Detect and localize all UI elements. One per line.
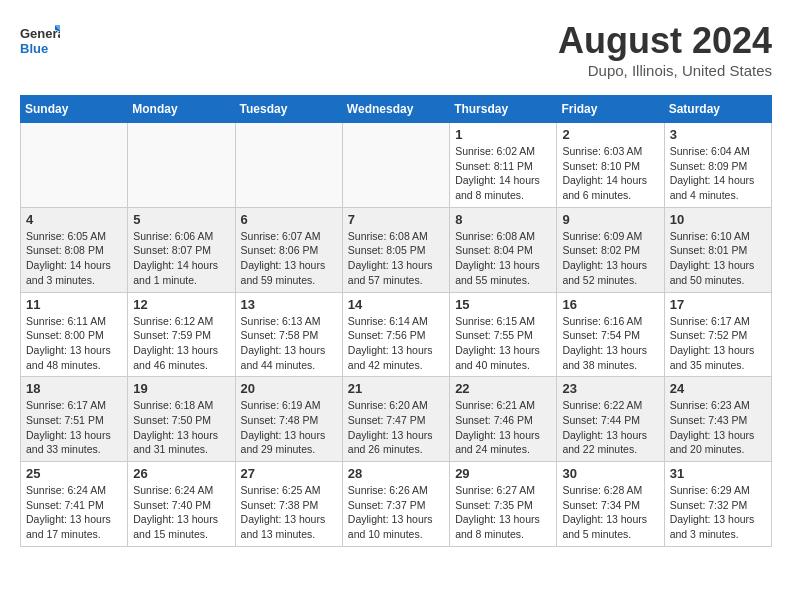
day-header-sunday: Sunday [21, 96, 128, 123]
calendar-cell: 18Sunrise: 6:17 AM Sunset: 7:51 PM Dayli… [21, 377, 128, 462]
day-header-thursday: Thursday [450, 96, 557, 123]
calendar-cell: 5Sunrise: 6:06 AM Sunset: 8:07 PM Daylig… [128, 207, 235, 292]
day-info: Sunrise: 6:12 AM Sunset: 7:59 PM Dayligh… [133, 314, 229, 373]
day-info: Sunrise: 6:08 AM Sunset: 8:04 PM Dayligh… [455, 229, 551, 288]
day-number: 2 [562, 127, 658, 142]
day-number: 7 [348, 212, 444, 227]
calendar-cell: 28Sunrise: 6:26 AM Sunset: 7:37 PM Dayli… [342, 462, 449, 547]
day-number: 29 [455, 466, 551, 481]
calendar-week-2: 4Sunrise: 6:05 AM Sunset: 8:08 PM Daylig… [21, 207, 772, 292]
calendar-cell: 26Sunrise: 6:24 AM Sunset: 7:40 PM Dayli… [128, 462, 235, 547]
calendar-week-4: 18Sunrise: 6:17 AM Sunset: 7:51 PM Dayli… [21, 377, 772, 462]
day-number: 9 [562, 212, 658, 227]
calendar-cell [235, 123, 342, 208]
day-number: 12 [133, 297, 229, 312]
calendar-cell: 30Sunrise: 6:28 AM Sunset: 7:34 PM Dayli… [557, 462, 664, 547]
day-info: Sunrise: 6:14 AM Sunset: 7:56 PM Dayligh… [348, 314, 444, 373]
day-info: Sunrise: 6:07 AM Sunset: 8:06 PM Dayligh… [241, 229, 337, 288]
calendar-cell: 22Sunrise: 6:21 AM Sunset: 7:46 PM Dayli… [450, 377, 557, 462]
day-number: 5 [133, 212, 229, 227]
day-header-monday: Monday [128, 96, 235, 123]
calendar-cell: 17Sunrise: 6:17 AM Sunset: 7:52 PM Dayli… [664, 292, 771, 377]
calendar-cell: 20Sunrise: 6:19 AM Sunset: 7:48 PM Dayli… [235, 377, 342, 462]
calendar-cell: 23Sunrise: 6:22 AM Sunset: 7:44 PM Dayli… [557, 377, 664, 462]
day-number: 27 [241, 466, 337, 481]
location: Dupo, Illinois, United States [558, 62, 772, 79]
calendar-week-3: 11Sunrise: 6:11 AM Sunset: 8:00 PM Dayli… [21, 292, 772, 377]
calendar-cell [21, 123, 128, 208]
day-info: Sunrise: 6:28 AM Sunset: 7:34 PM Dayligh… [562, 483, 658, 542]
day-number: 23 [562, 381, 658, 396]
day-number: 8 [455, 212, 551, 227]
calendar-cell: 15Sunrise: 6:15 AM Sunset: 7:55 PM Dayli… [450, 292, 557, 377]
day-info: Sunrise: 6:16 AM Sunset: 7:54 PM Dayligh… [562, 314, 658, 373]
day-info: Sunrise: 6:29 AM Sunset: 7:32 PM Dayligh… [670, 483, 766, 542]
logo-icon: General Blue [20, 20, 60, 60]
calendar-cell: 9Sunrise: 6:09 AM Sunset: 8:02 PM Daylig… [557, 207, 664, 292]
day-number: 21 [348, 381, 444, 396]
day-number: 30 [562, 466, 658, 481]
calendar-cell: 4Sunrise: 6:05 AM Sunset: 8:08 PM Daylig… [21, 207, 128, 292]
day-info: Sunrise: 6:03 AM Sunset: 8:10 PM Dayligh… [562, 144, 658, 203]
calendar-cell: 27Sunrise: 6:25 AM Sunset: 7:38 PM Dayli… [235, 462, 342, 547]
day-info: Sunrise: 6:24 AM Sunset: 7:40 PM Dayligh… [133, 483, 229, 542]
calendar-cell [128, 123, 235, 208]
day-info: Sunrise: 6:22 AM Sunset: 7:44 PM Dayligh… [562, 398, 658, 457]
day-info: Sunrise: 6:26 AM Sunset: 7:37 PM Dayligh… [348, 483, 444, 542]
day-info: Sunrise: 6:23 AM Sunset: 7:43 PM Dayligh… [670, 398, 766, 457]
day-number: 1 [455, 127, 551, 142]
calendar-header-row: SundayMondayTuesdayWednesdayThursdayFrid… [21, 96, 772, 123]
calendar-cell: 31Sunrise: 6:29 AM Sunset: 7:32 PM Dayli… [664, 462, 771, 547]
day-number: 15 [455, 297, 551, 312]
calendar-cell: 7Sunrise: 6:08 AM Sunset: 8:05 PM Daylig… [342, 207, 449, 292]
day-info: Sunrise: 6:17 AM Sunset: 7:51 PM Dayligh… [26, 398, 122, 457]
day-info: Sunrise: 6:24 AM Sunset: 7:41 PM Dayligh… [26, 483, 122, 542]
calendar-cell: 6Sunrise: 6:07 AM Sunset: 8:06 PM Daylig… [235, 207, 342, 292]
calendar-cell: 25Sunrise: 6:24 AM Sunset: 7:41 PM Dayli… [21, 462, 128, 547]
calendar-cell [342, 123, 449, 208]
day-info: Sunrise: 6:08 AM Sunset: 8:05 PM Dayligh… [348, 229, 444, 288]
day-info: Sunrise: 6:02 AM Sunset: 8:11 PM Dayligh… [455, 144, 551, 203]
calendar-week-5: 25Sunrise: 6:24 AM Sunset: 7:41 PM Dayli… [21, 462, 772, 547]
calendar-cell: 21Sunrise: 6:20 AM Sunset: 7:47 PM Dayli… [342, 377, 449, 462]
calendar-cell: 24Sunrise: 6:23 AM Sunset: 7:43 PM Dayli… [664, 377, 771, 462]
day-number: 22 [455, 381, 551, 396]
title-block: August 2024 Dupo, Illinois, United State… [558, 20, 772, 79]
calendar-cell: 10Sunrise: 6:10 AM Sunset: 8:01 PM Dayli… [664, 207, 771, 292]
day-info: Sunrise: 6:05 AM Sunset: 8:08 PM Dayligh… [26, 229, 122, 288]
calendar-cell: 14Sunrise: 6:14 AM Sunset: 7:56 PM Dayli… [342, 292, 449, 377]
calendar-cell: 2Sunrise: 6:03 AM Sunset: 8:10 PM Daylig… [557, 123, 664, 208]
day-number: 16 [562, 297, 658, 312]
day-info: Sunrise: 6:20 AM Sunset: 7:47 PM Dayligh… [348, 398, 444, 457]
day-number: 3 [670, 127, 766, 142]
day-header-saturday: Saturday [664, 96, 771, 123]
day-info: Sunrise: 6:18 AM Sunset: 7:50 PM Dayligh… [133, 398, 229, 457]
day-number: 14 [348, 297, 444, 312]
day-number: 6 [241, 212, 337, 227]
day-number: 4 [26, 212, 122, 227]
calendar-cell: 1Sunrise: 6:02 AM Sunset: 8:11 PM Daylig… [450, 123, 557, 208]
day-number: 28 [348, 466, 444, 481]
calendar-cell: 8Sunrise: 6:08 AM Sunset: 8:04 PM Daylig… [450, 207, 557, 292]
day-header-friday: Friday [557, 96, 664, 123]
svg-text:Blue: Blue [20, 41, 48, 56]
calendar-cell: 3Sunrise: 6:04 AM Sunset: 8:09 PM Daylig… [664, 123, 771, 208]
day-info: Sunrise: 6:04 AM Sunset: 8:09 PM Dayligh… [670, 144, 766, 203]
day-number: 20 [241, 381, 337, 396]
day-info: Sunrise: 6:10 AM Sunset: 8:01 PM Dayligh… [670, 229, 766, 288]
svg-text:General: General [20, 26, 60, 41]
calendar-cell: 29Sunrise: 6:27 AM Sunset: 7:35 PM Dayli… [450, 462, 557, 547]
day-number: 10 [670, 212, 766, 227]
day-info: Sunrise: 6:06 AM Sunset: 8:07 PM Dayligh… [133, 229, 229, 288]
day-number: 26 [133, 466, 229, 481]
day-info: Sunrise: 6:17 AM Sunset: 7:52 PM Dayligh… [670, 314, 766, 373]
calendar-week-1: 1Sunrise: 6:02 AM Sunset: 8:11 PM Daylig… [21, 123, 772, 208]
calendar-cell: 12Sunrise: 6:12 AM Sunset: 7:59 PM Dayli… [128, 292, 235, 377]
day-info: Sunrise: 6:27 AM Sunset: 7:35 PM Dayligh… [455, 483, 551, 542]
calendar-table: SundayMondayTuesdayWednesdayThursdayFrid… [20, 95, 772, 547]
day-number: 13 [241, 297, 337, 312]
day-number: 31 [670, 466, 766, 481]
day-number: 24 [670, 381, 766, 396]
day-info: Sunrise: 6:15 AM Sunset: 7:55 PM Dayligh… [455, 314, 551, 373]
calendar-cell: 13Sunrise: 6:13 AM Sunset: 7:58 PM Dayli… [235, 292, 342, 377]
